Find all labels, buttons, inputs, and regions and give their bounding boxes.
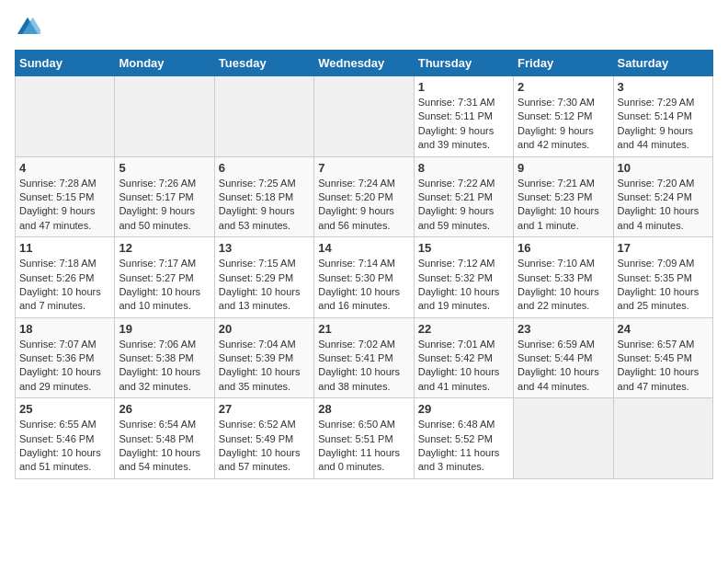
day-info: Sunrise: 7:28 AM Sunset: 5:15 PM Dayligh… [19,177,110,234]
day-info: Sunrise: 7:17 AM Sunset: 5:27 PM Dayligh… [119,257,210,314]
calendar-cell: 21Sunrise: 7:02 AM Sunset: 5:41 PM Dayli… [314,317,414,398]
calendar-cell: 4Sunrise: 7:28 AM Sunset: 5:15 PM Daylig… [16,156,115,237]
calendar-cell: 28Sunrise: 6:50 AM Sunset: 5:51 PM Dayli… [314,398,414,479]
day-info: Sunrise: 7:06 AM Sunset: 5:38 PM Dayligh… [119,338,210,395]
day-number: 5 [119,161,210,175]
day-info: Sunrise: 7:20 AM Sunset: 5:24 PM Dayligh… [618,177,709,234]
week-row-3: 18Sunrise: 7:07 AM Sunset: 5:36 PM Dayli… [16,317,713,398]
calendar-cell: 27Sunrise: 6:52 AM Sunset: 5:49 PM Dayli… [214,398,313,479]
day-number: 17 [618,241,709,255]
calendar-table: SundayMondayTuesdayWednesdayThursdayFrid… [15,50,713,479]
day-number: 29 [418,402,509,416]
calendar-cell: 16Sunrise: 7:10 AM Sunset: 5:33 PM Dayli… [514,237,613,318]
calendar-cell: 20Sunrise: 7:04 AM Sunset: 5:39 PM Dayli… [214,317,313,398]
calendar-cell: 19Sunrise: 7:06 AM Sunset: 5:38 PM Dayli… [115,317,214,398]
calendar-cell [613,398,712,479]
calendar-cell: 23Sunrise: 6:59 AM Sunset: 5:44 PM Dayli… [514,317,613,398]
calendar-cell: 13Sunrise: 7:15 AM Sunset: 5:29 PM Dayli… [214,237,313,318]
header-thursday: Thursday [414,51,513,76]
calendar-cell: 22Sunrise: 7:01 AM Sunset: 5:42 PM Dayli… [414,317,513,398]
calendar-cell: 10Sunrise: 7:20 AM Sunset: 5:24 PM Dayli… [613,156,712,237]
day-number: 2 [518,80,609,94]
calendar-cell: 14Sunrise: 7:14 AM Sunset: 5:30 PM Dayli… [314,237,414,318]
day-info: Sunrise: 7:24 AM Sunset: 5:20 PM Dayligh… [318,177,409,234]
day-info: Sunrise: 7:21 AM Sunset: 5:23 PM Dayligh… [518,177,609,234]
day-info: Sunrise: 6:50 AM Sunset: 5:51 PM Dayligh… [318,418,409,475]
calendar-cell: 15Sunrise: 7:12 AM Sunset: 5:32 PM Dayli… [414,237,513,318]
day-info: Sunrise: 7:04 AM Sunset: 5:39 PM Dayligh… [219,338,310,395]
calendar-cell [214,76,313,157]
header-wednesday: Wednesday [314,51,414,76]
day-number: 25 [19,402,110,416]
day-number: 24 [618,322,709,336]
day-number: 21 [318,322,409,336]
week-row-2: 11Sunrise: 7:18 AM Sunset: 5:26 PM Dayli… [16,237,713,318]
day-number: 18 [19,322,110,336]
calendar-cell: 9Sunrise: 7:21 AM Sunset: 5:23 PM Daylig… [514,156,613,237]
day-info: Sunrise: 6:57 AM Sunset: 5:45 PM Dayligh… [618,338,709,395]
day-number: 22 [418,322,509,336]
day-info: Sunrise: 7:09 AM Sunset: 5:35 PM Dayligh… [618,257,709,314]
calendar-cell: 8Sunrise: 7:22 AM Sunset: 5:21 PM Daylig… [414,156,513,237]
day-number: 3 [618,80,709,94]
day-info: Sunrise: 7:25 AM Sunset: 5:18 PM Dayligh… [219,177,310,234]
day-number: 1 [418,80,509,94]
day-info: Sunrise: 7:10 AM Sunset: 5:33 PM Dayligh… [518,257,609,314]
day-number: 26 [119,402,210,416]
day-info: Sunrise: 7:29 AM Sunset: 5:14 PM Dayligh… [618,96,709,153]
calendar-cell: 24Sunrise: 6:57 AM Sunset: 5:45 PM Dayli… [613,317,712,398]
day-number: 15 [418,241,509,255]
day-number: 14 [318,241,409,255]
day-info: Sunrise: 7:07 AM Sunset: 5:36 PM Dayligh… [19,338,110,395]
calendar-cell: 1Sunrise: 7:31 AM Sunset: 5:11 PM Daylig… [414,76,513,157]
header-sunday: Sunday [16,51,115,76]
calendar-cell: 5Sunrise: 7:26 AM Sunset: 5:17 PM Daylig… [115,156,214,237]
page-header [15,15,713,40]
calendar-cell: 2Sunrise: 7:30 AM Sunset: 5:12 PM Daylig… [514,76,613,157]
week-row-1: 4Sunrise: 7:28 AM Sunset: 5:15 PM Daylig… [16,156,713,237]
day-info: Sunrise: 6:48 AM Sunset: 5:52 PM Dayligh… [418,418,509,475]
day-info: Sunrise: 7:22 AM Sunset: 5:21 PM Dayligh… [418,177,509,234]
logo-icon [15,15,40,40]
calendar-cell: 29Sunrise: 6:48 AM Sunset: 5:52 PM Dayli… [414,398,513,479]
week-row-0: 1Sunrise: 7:31 AM Sunset: 5:11 PM Daylig… [16,76,713,157]
day-info: Sunrise: 7:18 AM Sunset: 5:26 PM Dayligh… [19,257,110,314]
day-number: 27 [219,402,310,416]
calendar-header-row: SundayMondayTuesdayWednesdayThursdayFrid… [16,51,713,76]
day-info: Sunrise: 7:26 AM Sunset: 5:17 PM Dayligh… [119,177,210,234]
day-number: 8 [418,161,509,175]
day-info: Sunrise: 7:31 AM Sunset: 5:11 PM Dayligh… [418,96,509,153]
header-tuesday: Tuesday [214,51,313,76]
day-number: 19 [119,322,210,336]
header-monday: Monday [115,51,214,76]
day-number: 6 [219,161,310,175]
week-row-4: 25Sunrise: 6:55 AM Sunset: 5:46 PM Dayli… [16,398,713,479]
day-number: 28 [318,402,409,416]
day-number: 4 [19,161,110,175]
day-number: 23 [518,322,609,336]
day-info: Sunrise: 7:01 AM Sunset: 5:42 PM Dayligh… [418,338,509,395]
calendar-cell: 3Sunrise: 7:29 AM Sunset: 5:14 PM Daylig… [613,76,712,157]
day-info: Sunrise: 7:12 AM Sunset: 5:32 PM Dayligh… [418,257,509,314]
day-info: Sunrise: 7:30 AM Sunset: 5:12 PM Dayligh… [518,96,609,153]
day-info: Sunrise: 6:52 AM Sunset: 5:49 PM Dayligh… [219,418,310,475]
header-saturday: Saturday [613,51,712,76]
day-number: 11 [19,241,110,255]
calendar-cell [16,76,115,157]
day-number: 10 [618,161,709,175]
calendar-cell: 11Sunrise: 7:18 AM Sunset: 5:26 PM Dayli… [16,237,115,318]
day-info: Sunrise: 6:59 AM Sunset: 5:44 PM Dayligh… [518,338,609,395]
day-info: Sunrise: 6:55 AM Sunset: 5:46 PM Dayligh… [19,418,110,475]
day-number: 20 [219,322,310,336]
calendar-cell: 26Sunrise: 6:54 AM Sunset: 5:48 PM Dayli… [115,398,214,479]
day-number: 7 [318,161,409,175]
calendar-cell: 7Sunrise: 7:24 AM Sunset: 5:20 PM Daylig… [314,156,414,237]
day-info: Sunrise: 6:54 AM Sunset: 5:48 PM Dayligh… [119,418,210,475]
calendar-cell [115,76,214,157]
day-info: Sunrise: 7:15 AM Sunset: 5:29 PM Dayligh… [219,257,310,314]
calendar-cell [514,398,613,479]
calendar-cell: 25Sunrise: 6:55 AM Sunset: 5:46 PM Dayli… [16,398,115,479]
calendar-cell: 18Sunrise: 7:07 AM Sunset: 5:36 PM Dayli… [16,317,115,398]
day-number: 9 [518,161,609,175]
day-number: 12 [119,241,210,255]
